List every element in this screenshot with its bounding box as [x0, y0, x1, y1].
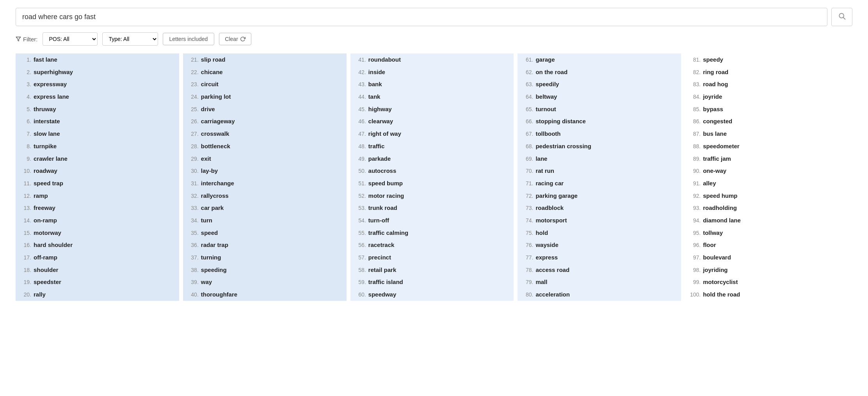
- list-item[interactable]: 73.roadblock: [518, 202, 681, 214]
- list-item[interactable]: 31.interchange: [183, 177, 347, 190]
- list-item[interactable]: 3.expressway: [16, 78, 179, 91]
- list-item[interactable]: 9.crawler lane: [16, 153, 179, 165]
- list-item[interactable]: 87.bus lane: [685, 128, 848, 140]
- list-item[interactable]: 16.hard shoulder: [16, 239, 179, 251]
- list-item[interactable]: 67.tollbooth: [518, 128, 681, 140]
- list-item[interactable]: 69.lane: [518, 153, 681, 165]
- list-item[interactable]: 86.congested: [685, 115, 848, 128]
- list-item[interactable]: 72.parking garage: [518, 190, 681, 202]
- list-item[interactable]: 19.speedster: [16, 276, 179, 288]
- list-item[interactable]: 47.right of way: [350, 128, 514, 140]
- list-item[interactable]: 64.beltway: [518, 91, 681, 103]
- list-item[interactable]: 21.slip road: [183, 53, 347, 66]
- list-item[interactable]: 68.pedestrian crossing: [518, 140, 681, 153]
- list-item[interactable]: 23.circuit: [183, 78, 347, 91]
- list-item[interactable]: 60.speedway: [350, 288, 514, 301]
- list-item[interactable]: 62.on the road: [518, 66, 681, 78]
- pos-filter-select[interactable]: POS: All POS: Noun POS: Verb POS: Adject…: [43, 32, 98, 46]
- list-item[interactable]: 91.alley: [685, 177, 848, 190]
- list-item[interactable]: 78.access road: [518, 264, 681, 276]
- list-item[interactable]: 43.bank: [350, 78, 514, 91]
- list-item[interactable]: 100.hold the road: [685, 288, 848, 301]
- list-item[interactable]: 89.traffic jam: [685, 153, 848, 165]
- list-item[interactable]: 55.traffic calming: [350, 227, 514, 239]
- list-item[interactable]: 75.hold: [518, 227, 681, 239]
- list-item[interactable]: 11.speed trap: [16, 177, 179, 190]
- list-item[interactable]: 1.fast lane: [16, 53, 179, 66]
- list-item[interactable]: 10.roadway: [16, 165, 179, 177]
- search-button[interactable]: [831, 8, 852, 26]
- list-item[interactable]: 12.ramp: [16, 190, 179, 202]
- list-item[interactable]: 42.inside: [350, 66, 514, 78]
- list-item[interactable]: 66.stopping distance: [518, 115, 681, 128]
- list-item[interactable]: 79.mall: [518, 276, 681, 288]
- list-item[interactable]: 49.parkade: [350, 153, 514, 165]
- list-item[interactable]: 88.speedometer: [685, 140, 848, 153]
- list-item[interactable]: 99.motorcyclist: [685, 276, 848, 288]
- list-item[interactable]: 26.carriageway: [183, 115, 347, 128]
- list-item[interactable]: 84.joyride: [685, 91, 848, 103]
- list-item[interactable]: 39.way: [183, 276, 347, 288]
- list-item[interactable]: 97.boulevard: [685, 251, 848, 264]
- list-item[interactable]: 14.on-ramp: [16, 214, 179, 227]
- list-item[interactable]: 30.lay-by: [183, 165, 347, 177]
- list-item[interactable]: 70.rat run: [518, 165, 681, 177]
- list-item[interactable]: 13.freeway: [16, 202, 179, 214]
- list-item[interactable]: 74.motorsport: [518, 214, 681, 227]
- list-item[interactable]: 20.rally: [16, 288, 179, 301]
- list-item[interactable]: 28.bottleneck: [183, 140, 347, 153]
- list-item[interactable]: 59.traffic island: [350, 276, 514, 288]
- list-item[interactable]: 83.road hog: [685, 78, 848, 91]
- list-item[interactable]: 17.off-ramp: [16, 251, 179, 264]
- clear-button[interactable]: Clear: [219, 33, 251, 45]
- list-item[interactable]: 57.precinct: [350, 251, 514, 264]
- list-item[interactable]: 82.ring road: [685, 66, 848, 78]
- list-item[interactable]: 96.floor: [685, 239, 848, 251]
- list-item[interactable]: 6.interstate: [16, 115, 179, 128]
- list-item[interactable]: 38.speeding: [183, 264, 347, 276]
- list-item[interactable]: 71.racing car: [518, 177, 681, 190]
- list-item[interactable]: 92.speed hump: [685, 190, 848, 202]
- list-item[interactable]: 95.tollway: [685, 227, 848, 239]
- list-item[interactable]: 77.express: [518, 251, 681, 264]
- list-item[interactable]: 7.slow lane: [16, 128, 179, 140]
- list-item[interactable]: 76.wayside: [518, 239, 681, 251]
- list-item[interactable]: 41.roundabout: [350, 53, 514, 66]
- list-item[interactable]: 22.chicane: [183, 66, 347, 78]
- list-item[interactable]: 32.rallycross: [183, 190, 347, 202]
- list-item[interactable]: 48.traffic: [350, 140, 514, 153]
- list-item[interactable]: 85.bypass: [685, 103, 848, 115]
- list-item[interactable]: 45.highway: [350, 103, 514, 115]
- list-item[interactable]: 36.radar trap: [183, 239, 347, 251]
- type-filter-select[interactable]: Type: All Type: Synonym Type: Related Ty…: [102, 32, 158, 46]
- list-item[interactable]: 93.roadholding: [685, 202, 848, 214]
- list-item[interactable]: 61.garage: [518, 53, 681, 66]
- list-item[interactable]: 98.joyriding: [685, 264, 848, 276]
- list-item[interactable]: 34.turn: [183, 214, 347, 227]
- list-item[interactable]: 63.speedily: [518, 78, 681, 91]
- list-item[interactable]: 80.acceleration: [518, 288, 681, 301]
- list-item[interactable]: 44.tank: [350, 91, 514, 103]
- list-item[interactable]: 37.turning: [183, 251, 347, 264]
- list-item[interactable]: 65.turnout: [518, 103, 681, 115]
- list-item[interactable]: 40.thoroughfare: [183, 288, 347, 301]
- list-item[interactable]: 33.car park: [183, 202, 347, 214]
- list-item[interactable]: 5.thruway: [16, 103, 179, 115]
- list-item[interactable]: 56.racetrack: [350, 239, 514, 251]
- list-item[interactable]: 53.trunk road: [350, 202, 514, 214]
- list-item[interactable]: 15.motorway: [16, 227, 179, 239]
- list-item[interactable]: 27.crosswalk: [183, 128, 347, 140]
- list-item[interactable]: 2.superhighway: [16, 66, 179, 78]
- list-item[interactable]: 54.turn-off: [350, 214, 514, 227]
- list-item[interactable]: 58.retail park: [350, 264, 514, 276]
- list-item[interactable]: 51.speed bump: [350, 177, 514, 190]
- list-item[interactable]: 52.motor racing: [350, 190, 514, 202]
- list-item[interactable]: 90.one-way: [685, 165, 848, 177]
- letters-included-button[interactable]: Letters included: [163, 33, 215, 45]
- list-item[interactable]: 35.speed: [183, 227, 347, 239]
- list-item[interactable]: 46.clearway: [350, 115, 514, 128]
- list-item[interactable]: 18.shoulder: [16, 264, 179, 276]
- search-input[interactable]: [16, 8, 827, 26]
- list-item[interactable]: 29.exit: [183, 153, 347, 165]
- list-item[interactable]: 8.turnpike: [16, 140, 179, 153]
